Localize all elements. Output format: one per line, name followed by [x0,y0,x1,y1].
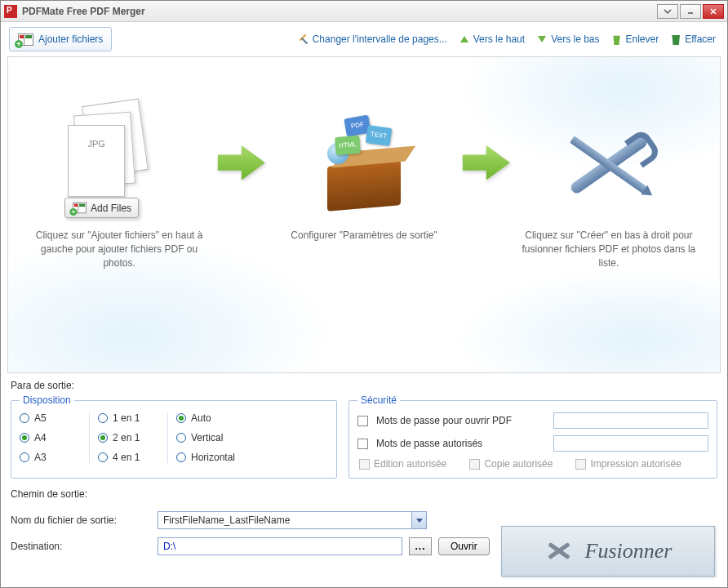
perm-password-checkbox[interactable] [357,439,368,449]
destination-label: Destination: [11,541,158,552]
add-files-button[interactable]: + Ajouter fichiers [9,27,112,51]
build-label: Fusionner [585,539,673,564]
perm-password-input[interactable] [553,435,708,452]
add-files-icon: + [18,33,33,46]
titlebar: PDFMate Free PDF Merger [1,1,727,22]
step-3: Cliquez sur "Créer" en bas à droit pour … [514,98,704,270]
perm-password-label: Mots de passe autorisés [376,438,545,449]
layout-legend: Disposition [20,394,74,406]
radio-a5[interactable]: A5 [20,412,86,424]
add-files-ill-label: Add Files [91,203,131,214]
open-password-input[interactable] [553,412,708,429]
filename-combo[interactable] [158,511,427,529]
radio-a3[interactable]: A3 [20,452,86,463]
change-range-button[interactable]: Changer l'intervalle de pages... [295,32,451,47]
open-password-checkbox[interactable] [357,416,368,426]
arrow-down-icon [536,33,548,45]
arrow-icon [459,143,514,184]
settings-icon [298,33,309,45]
tools-icon [544,537,574,566]
radio-4in1[interactable]: 4 en 1 [98,452,164,463]
clear-label: Effacer [685,33,716,45]
output-params-label: Para de sortie: [1,373,727,394]
copy-allowed-label: Copie autorisée [484,458,553,470]
step-1-text: Cliquez sur "Ajouter fichiers" en haut à… [24,229,214,270]
output-path-label: Chemin de sortie: [11,482,717,503]
clear-button[interactable]: Effacer [667,32,719,47]
step-3-text: Cliquez sur "Créer" en bas à droit pour … [514,229,704,270]
copy-allowed-checkbox [469,459,480,470]
remove-button[interactable]: Enlever [608,32,663,47]
layout-fieldset: Disposition A5 A4 A3 1 en 1 2 en 1 4 en … [11,394,337,479]
step-2-text: Configurer "Paramètres de sortie" [269,229,459,243]
print-allowed-label: Impression autorisée [590,458,681,470]
print-allowed-checkbox [575,459,586,470]
toolbar: + Ajouter fichiers Changer l'intervalle … [1,22,727,56]
build-button[interactable]: Fusionner [501,526,715,577]
app-icon [4,5,17,18]
step-1: PDF PDF JPG + Add Files Cliquez sur "Ajo… [24,98,214,270]
browse-button[interactable]: ... [409,537,432,555]
move-up-button[interactable]: Vers le haut [455,32,528,47]
options-button[interactable] [657,4,678,19]
move-up-label: Vers le haut [473,33,525,45]
jpg-label: JPG [69,139,124,149]
remove-label: Enlever [626,33,659,45]
radio-2in1[interactable]: 2 en 1 [98,432,164,443]
filename-input[interactable] [158,511,427,529]
filename-dropdown-icon[interactable] [411,512,426,528]
destination-input[interactable] [158,537,402,555]
arrow-up-icon [459,33,470,45]
minimize-button[interactable] [680,4,701,19]
app-title: PDFMate Free PDF Merger [22,6,655,17]
change-range-label: Changer l'intervalle de pages... [313,33,447,45]
filename-label: Nom du fichier de sortie: [11,514,158,526]
move-down-button[interactable]: Vers le bas [533,32,602,47]
radio-1in1[interactable]: 1 en 1 [98,412,164,424]
radio-auto[interactable]: Auto [176,412,246,424]
radio-horizontal[interactable]: Horizontal [176,452,246,463]
recycle-icon [611,33,623,45]
security-legend: Sécurité [357,394,400,406]
main-area: PDF PDF JPG + Add Files Cliquez sur "Ajo… [7,56,721,373]
close-button[interactable] [703,4,724,19]
add-files-illustration: + Add Files [64,198,139,218]
add-files-label: Ajouter fichiers [38,33,103,45]
open-password-label: Mots de passe pour ouvrir PDF [376,415,545,426]
security-fieldset: Sécurité Mots de passe pour ouvrir PDF M… [348,394,717,479]
move-down-label: Vers le bas [551,33,599,45]
radio-a4[interactable]: A4 [20,432,86,443]
step-2: PDFTEXTHTML Configurer "Paramètres de so… [269,98,459,243]
edit-allowed-label: Edition autorisée [374,458,446,470]
open-button[interactable]: Ouvrir [438,537,490,555]
arrow-icon [214,143,269,184]
trash-icon [670,33,681,45]
radio-vertical[interactable]: Vertical [176,432,246,443]
edit-allowed-checkbox [359,459,370,470]
